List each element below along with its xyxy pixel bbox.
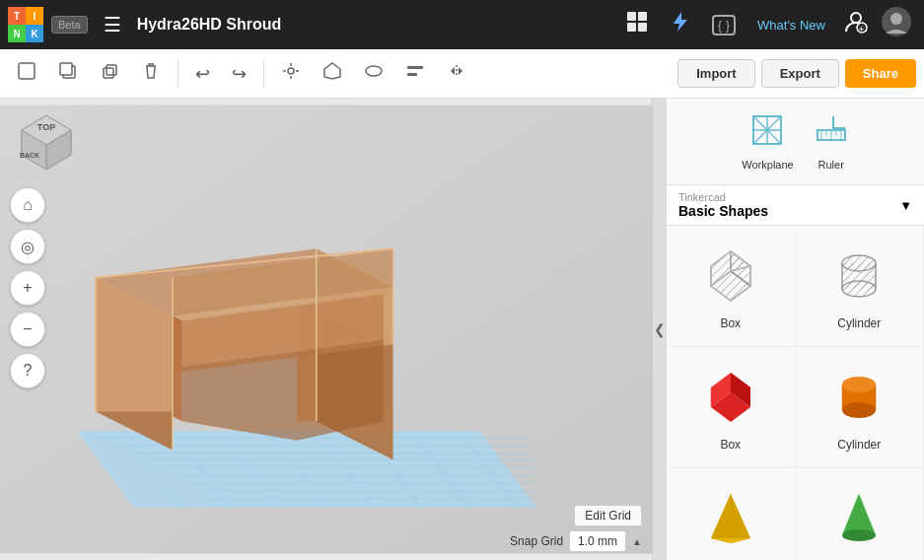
shape-item-cone[interactable]: Cone <box>796 468 925 560</box>
new-icon <box>17 61 36 86</box>
shape-group-icon <box>322 61 342 86</box>
svg-point-14 <box>288 68 294 74</box>
flip-icon <box>447 61 466 86</box>
share-button[interactable]: Share <box>845 59 916 88</box>
menu-icon: ☰ <box>104 14 121 35</box>
3d-scene <box>0 99 652 560</box>
shape-item-pyramid[interactable]: Pyramid <box>667 468 796 560</box>
orbit-button[interactable]: ◎ <box>10 229 45 264</box>
menu-button[interactable]: ☰ <box>96 9 129 40</box>
shape-item-cylinder-wire[interactable]: Cylinder <box>796 226 925 347</box>
ruler-tool[interactable]: Ruler <box>814 112 849 171</box>
tinkercad-logo: T I N K <box>8 7 43 42</box>
shape-item-cylinder-orange[interactable]: Cylinder <box>796 347 925 468</box>
workplane-icon <box>749 112 785 155</box>
flip-button[interactable] <box>438 54 475 93</box>
code-button[interactable]: { } <box>704 12 744 37</box>
svg-point-8 <box>890 13 902 25</box>
svg-point-103 <box>842 529 876 541</box>
duplicate-icon <box>100 61 119 86</box>
dropdown-category: Tinkercad <box>678 191 768 203</box>
avatar-icon <box>881 18 912 42</box>
svg-text:TOP: TOP <box>37 122 55 132</box>
zoom-out-icon: − <box>23 320 32 338</box>
logo-k: K <box>26 25 43 42</box>
svg-rect-1 <box>638 12 647 21</box>
svg-point-19 <box>366 66 382 76</box>
main-area: TOP BACK ⌂ ◎ + − ? Edit Grid <box>0 99 924 560</box>
project-title: Hydra26HD Shroud <box>137 16 609 34</box>
separator-2 <box>263 59 264 89</box>
panel-tools: Workplane Ruler <box>667 99 924 185</box>
new-button[interactable] <box>8 54 45 93</box>
import-button[interactable]: Import <box>677 59 754 88</box>
shape-name-cylinder-orange: Cylinder <box>837 438 881 452</box>
svg-marker-102 <box>842 494 876 535</box>
copy-icon <box>58 61 78 86</box>
shapes-grid: Box Cylinder <box>667 226 924 560</box>
light-icon <box>281 61 301 86</box>
zoom-in-button[interactable]: + <box>10 270 45 306</box>
help-icon: ? <box>24 362 33 380</box>
beta-badge: Beta <box>51 16 88 34</box>
dropdown-title: Basic Shapes <box>678 203 768 219</box>
grid-view-button[interactable] <box>617 6 657 43</box>
pyramid-preview <box>696 484 765 553</box>
workplane-tool[interactable]: Workplane <box>742 112 793 171</box>
light-button[interactable] <box>272 54 310 93</box>
canvas-area[interactable]: TOP BACK ⌂ ◎ + − ? Edit Grid <box>0 99 652 560</box>
shape-tool-button[interactable] <box>355 54 392 93</box>
hammer-icon <box>669 14 692 38</box>
duplicate-button[interactable] <box>91 54 128 93</box>
panel-dropdown[interactable]: Tinkercad Basic Shapes ▼ <box>667 185 924 226</box>
edit-grid-button[interactable]: Edit Grid <box>574 505 642 526</box>
svg-rect-11 <box>60 63 72 75</box>
orbit-icon: ◎ <box>21 238 35 256</box>
snap-arrow-icon: ▲ <box>632 536 642 547</box>
export-button[interactable]: Export <box>761 59 839 88</box>
shape-item-box-red[interactable]: Box <box>667 347 796 468</box>
align-button[interactable] <box>396 54 434 93</box>
shape-group-button[interactable] <box>314 54 351 93</box>
workplane-label: Workplane <box>742 159 793 171</box>
code-icon: { } <box>712 15 736 35</box>
undo-button[interactable]: ↩ <box>186 56 219 92</box>
box-red-preview <box>696 363 765 432</box>
panel-collapse-handle[interactable]: ❮ <box>652 99 666 560</box>
svg-point-86 <box>842 281 876 297</box>
header-right: { } What's New + <box>617 2 916 47</box>
undo-icon: ↩ <box>195 63 210 85</box>
svg-rect-13 <box>107 65 116 75</box>
help-button[interactable]: ? <box>10 353 45 388</box>
ruler-label: Ruler <box>818 159 844 171</box>
header: T I N K Beta ☰ Hydra26HD Shroud <box>0 0 924 49</box>
home-view-button[interactable]: ⌂ <box>10 187 45 223</box>
svg-rect-2 <box>627 23 636 32</box>
orientation-cube[interactable]: TOP BACK <box>12 110 81 179</box>
cylinder-wire-preview <box>824 242 893 311</box>
copy-button[interactable] <box>49 54 87 93</box>
home-icon: ⌂ <box>23 196 33 214</box>
redo-button[interactable]: ↪ <box>223 56 255 92</box>
toolbar: ↩ ↪ <box>0 49 924 99</box>
snap-grid-label: Snap Grid <box>510 534 563 548</box>
shape-item-box-wire[interactable]: Box <box>667 226 796 347</box>
svg-point-95 <box>842 402 876 418</box>
shape-name-box-red: Box <box>720 438 741 452</box>
hammer-button[interactable] <box>661 6 700 43</box>
chevron-left-icon: ❮ <box>654 321 666 337</box>
svg-rect-0 <box>627 12 636 21</box>
avatar-button[interactable] <box>877 2 916 47</box>
logo-t: T <box>8 7 26 25</box>
user-button[interactable]: + <box>839 5 873 44</box>
logo-n: N <box>8 25 26 42</box>
delete-button[interactable] <box>132 54 170 93</box>
zoom-out-button[interactable]: − <box>10 312 45 347</box>
user-icon: + <box>843 15 869 39</box>
toolbar-actions: Import Export Share <box>677 59 916 88</box>
shape-name-cylinder-wire: Cylinder <box>837 316 881 330</box>
grid-icon <box>625 14 649 38</box>
separator-1 <box>178 59 178 89</box>
snap-grid-value[interactable]: 1.0 mm <box>569 530 626 552</box>
whats-new-button[interactable]: What's New <box>747 14 835 36</box>
